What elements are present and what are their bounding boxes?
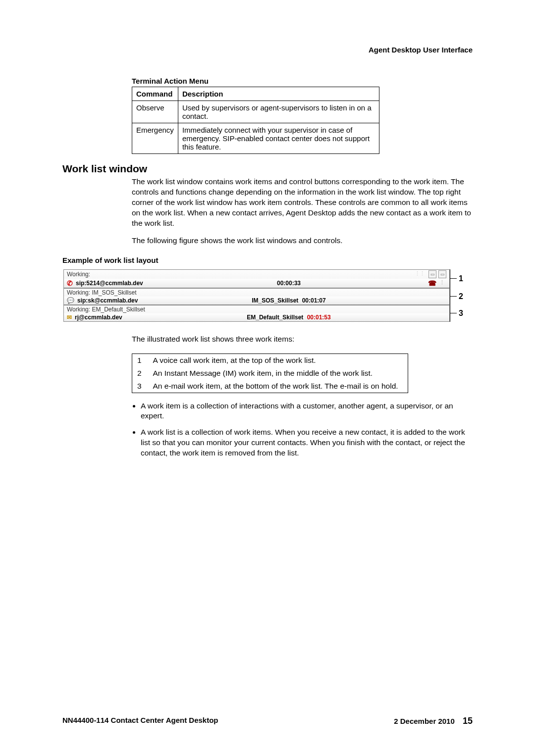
work-item-status: Working: IM_SOS_Skillset xyxy=(67,289,137,296)
list-item: A work item is a collection of interacti… xyxy=(141,401,473,422)
callout: 2 xyxy=(450,288,470,305)
work-item-timer: 00:00:33 xyxy=(277,280,301,287)
callout: 3 xyxy=(450,305,470,322)
cmd-cell: Emergency xyxy=(132,123,178,154)
col-command: Command xyxy=(132,87,178,101)
bullet-list: A work item is a collection of interacti… xyxy=(141,401,473,459)
desc-cell: Immediately connect with your supervisor… xyxy=(178,123,379,154)
work-item-skillset: EM_Default_Skillset xyxy=(247,314,303,321)
hold-icon[interactable]: ☎ xyxy=(428,279,436,287)
footer-date: 2 December 2010 xyxy=(394,717,455,725)
work-item-status: Working: EM_Default_Skillset xyxy=(67,306,145,313)
legend-num: 1 xyxy=(132,353,148,367)
mail-icon: ✉ xyxy=(67,314,72,321)
table-row: Emergency Immediately connect with your … xyxy=(132,123,379,154)
desc-cell: Used by supervisors or agent-supervisors… xyxy=(178,101,379,123)
table-row: Observe Used by supervisors or agent-sup… xyxy=(132,101,379,123)
legend-num: 2 xyxy=(132,367,148,380)
legend-row: 2 An Instant Message (IM) work item, in … xyxy=(132,367,408,380)
legend-row: 1 A voice call work item, at the top of … xyxy=(132,353,408,367)
work-item-timer: 00:01:07 xyxy=(302,297,326,304)
legend-table: 1 A voice call work item, at the top of … xyxy=(132,353,408,393)
example-title: Example of work list layout xyxy=(62,256,473,264)
page-header: Agent Desktop User Interface xyxy=(369,46,473,54)
gripper-icon: ⋮ xyxy=(439,279,444,287)
work-item-address: sip:5214@ccmmlab.dev xyxy=(76,280,143,287)
body-paragraph: The following figure shows the work list… xyxy=(132,236,473,246)
legend-text: An e-mail work item, at the bottom of th… xyxy=(148,380,408,393)
work-item[interactable]: Working: EM_Default_Skillset ✉ rj@ccmmla… xyxy=(63,305,450,322)
work-item-address: rj@ccmmlab.dev xyxy=(75,314,122,321)
legend-text: An Instant Message (IM) work item, in th… xyxy=(148,367,408,380)
callout-number: 1 xyxy=(459,274,463,283)
callout-number: 2 xyxy=(459,292,463,301)
body-paragraph: The work list window contains work items… xyxy=(132,177,473,229)
legend-num: 3 xyxy=(132,380,148,393)
work-item-status: Working: xyxy=(67,271,90,278)
legend-intro: The illustrated work list shows three wo… xyxy=(132,335,473,344)
callout: 1 xyxy=(450,269,470,288)
worklist-figure: Working: ⋮⋮ ▭ ▭ ✆ sip:5214@ccmmlab.dev 0… xyxy=(63,269,470,322)
work-item-skillset: IM_SOS_Skillset xyxy=(252,297,298,304)
list-item: A work list is a collection of work item… xyxy=(141,427,473,458)
section-heading-worklist: Work list window xyxy=(62,163,473,175)
footer-doc-id: NN44400-114 Contact Center Agent Desktop xyxy=(62,716,218,726)
legend-row: 3 An e-mail work item, at the bottom of … xyxy=(132,380,408,393)
page-number: 15 xyxy=(463,716,473,726)
work-item-timer: 00:01:53 xyxy=(307,314,331,321)
callout-number: 3 xyxy=(459,309,463,318)
legend-text: A voice call work item, at the top of th… xyxy=(148,353,408,367)
terminal-action-table: Command Description Observe Used by supe… xyxy=(132,87,379,154)
gripper-icon: ⋮⋮ xyxy=(415,270,425,278)
work-item[interactable]: Working: IM_SOS_Skillset 💬 sip:sk@ccmmla… xyxy=(63,288,450,305)
work-item-address: sip:sk@ccmmlab.dev xyxy=(77,297,138,304)
workitem-control-button[interactable]: ▭ xyxy=(438,270,446,278)
page-footer: NN44400-114 Contact Center Agent Desktop… xyxy=(62,716,473,726)
cmd-cell: Observe xyxy=(132,101,178,123)
work-item[interactable]: Working: ⋮⋮ ▭ ▭ ✆ sip:5214@ccmmlab.dev 0… xyxy=(63,269,450,288)
phone-icon: ✆ xyxy=(67,279,73,287)
terminal-action-title: Terminal Action Menu xyxy=(132,77,473,85)
col-description: Description xyxy=(178,87,379,101)
workitem-control-button[interactable]: ▭ xyxy=(428,270,436,278)
im-icon: 💬 xyxy=(67,297,74,304)
